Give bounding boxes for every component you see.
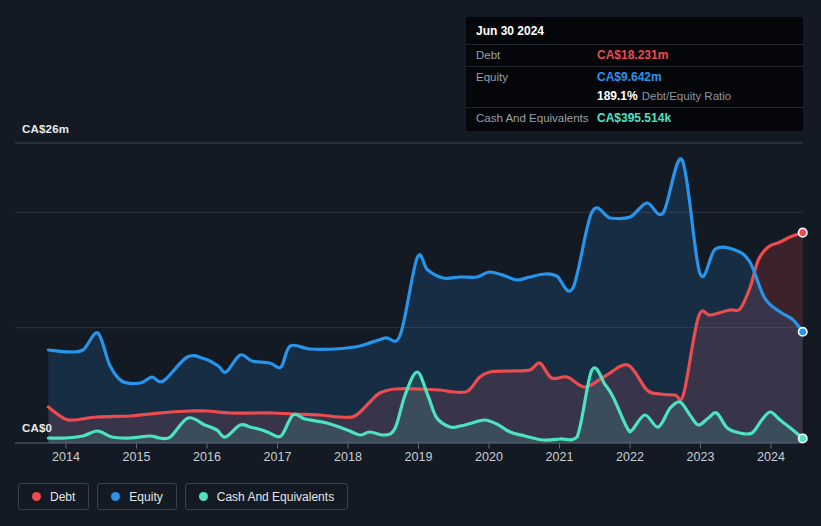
cash-series-dot-icon (199, 492, 208, 501)
chart-legend: Debt Equity Cash And Equivalents (18, 483, 348, 510)
tooltip-cash-value: CA$395.514k (597, 111, 671, 125)
y-axis-zero-label: CA$0 (22, 422, 52, 434)
x-axis-label-2022: 2022 (616, 450, 644, 464)
chart-tooltip: Jun 30 2024 Debt CA$18.231m Equity CA$9.… (466, 17, 803, 131)
tooltip-ratio-value: 189.1% (597, 89, 638, 103)
y-axis-max-label: CA$26m (22, 123, 69, 135)
x-axis-label-2018: 2018 (334, 450, 362, 464)
tooltip-cash-label: Cash And Equivalents (476, 112, 597, 124)
x-axis-label-2019: 2019 (405, 450, 433, 464)
tooltip-ratio: 189.1%Debt/Equity Ratio (597, 89, 731, 103)
x-axis-label-2017: 2017 (264, 450, 292, 464)
x-axis-label-2023: 2023 (687, 450, 715, 464)
legend-item-debt[interactable]: Debt (18, 483, 89, 510)
tooltip-ratio-label: Debt/Equity Ratio (642, 90, 732, 102)
tooltip-equity-label: Equity (476, 71, 597, 83)
legend-item-cash[interactable]: Cash And Equivalents (185, 483, 348, 510)
x-axis-label-2021: 2021 (546, 450, 574, 464)
x-axis-label-2016: 2016 (193, 450, 221, 464)
x-axis-label-2014: 2014 (52, 450, 80, 464)
tooltip-equity-row: Equity CA$9.642m (466, 67, 803, 86)
x-axis-label-2024: 2024 (757, 450, 785, 464)
tooltip-debt-row: Debt CA$18.231m (466, 45, 803, 67)
tooltip-debt-value: CA$18.231m (597, 48, 668, 62)
debt-series-dot-icon (32, 492, 41, 501)
legend-item-equity[interactable]: Equity (97, 483, 176, 510)
legend-debt-label: Debt (50, 490, 75, 504)
equity-series-dot-icon (111, 492, 120, 501)
equity-endpoint-marker (799, 328, 807, 336)
tooltip-ratio-row: 189.1%Debt/Equity Ratio (466, 86, 803, 108)
debt-endpoint-marker (799, 228, 807, 236)
legend-cash-label: Cash And Equivalents (217, 490, 334, 504)
cash-and-equivalents-endpoint-marker (799, 434, 807, 442)
debt-equity-history-panel: 2014201520162017201820192020202120222023… (0, 0, 821, 526)
x-axis-label-2020: 2020 (475, 450, 503, 464)
tooltip-date: Jun 30 2024 (466, 17, 803, 45)
tooltip-cash-row: Cash And Equivalents CA$395.514k (466, 108, 803, 131)
tooltip-debt-label: Debt (476, 49, 597, 61)
x-axis-label-2015: 2015 (123, 450, 151, 464)
tooltip-equity-value: CA$9.642m (597, 70, 662, 84)
legend-equity-label: Equity (129, 490, 162, 504)
